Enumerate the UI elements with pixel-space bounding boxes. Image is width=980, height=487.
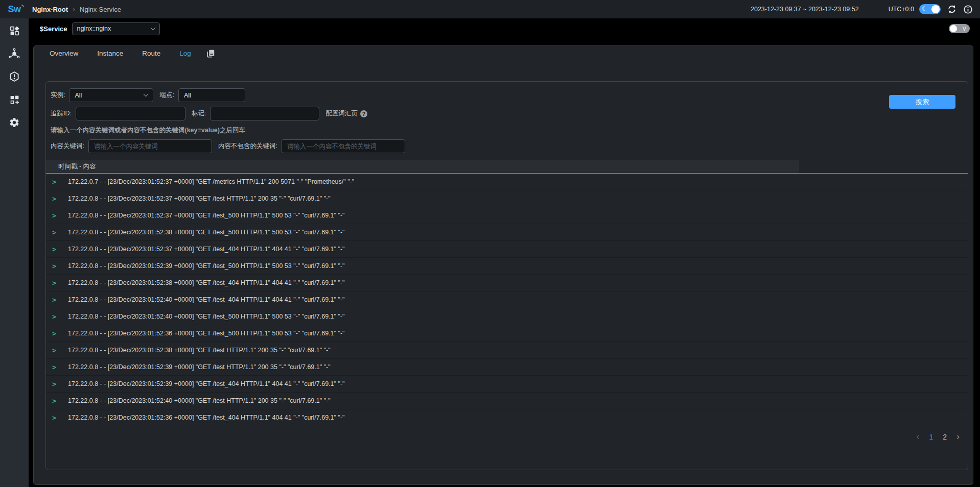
refresh-icon[interactable]	[947, 4, 957, 14]
exclude-keyword-input[interactable]	[282, 139, 405, 153]
instance-label: 实例:	[51, 91, 65, 100]
expand-arrow-icon[interactable]: >	[52, 330, 57, 337]
expand-arrow-icon[interactable]: >	[52, 347, 57, 354]
tag-label: 标记:	[192, 109, 206, 118]
log-content: 172.22.0.8 - - [23/Dec/2023:01:52:36 +00…	[68, 330, 345, 337]
exclude-keyword-label: 内容不包含的关键词:	[218, 142, 277, 151]
endpoint-input[interactable]	[178, 88, 245, 102]
expand-arrow-icon[interactable]: >	[52, 246, 57, 253]
log-content: 172.22.0.8 - - [23/Dec/2023:01:52:38 +00…	[68, 229, 345, 236]
chevron-right-icon: ›	[73, 5, 75, 13]
expand-arrow-icon[interactable]: >	[52, 195, 57, 203]
log-row[interactable]: >172.22.0.8 - - [23/Dec/2023:01:52:36 +0…	[46, 325, 968, 342]
log-content: 172.22.0.8 - - [23/Dec/2023:01:52:39 +00…	[68, 262, 345, 270]
chevron-right-icon[interactable]: ›	[956, 432, 960, 441]
page-button-1[interactable]: 1	[929, 433, 933, 441]
tag-input[interactable]	[210, 107, 319, 120]
config-vocabulary-link[interactable]: 配置词汇页	[325, 109, 358, 118]
expand-arrow-icon[interactable]: >	[52, 229, 57, 236]
tab-log[interactable]: Log	[179, 50, 191, 57]
theme-toggle[interactable]: ☾	[919, 4, 941, 14]
log-row[interactable]: >172.22.0.8 - - [23/Dec/2023:01:52:38 +0…	[46, 224, 968, 241]
tab-bar: Overview Instance Route Log	[34, 46, 973, 61]
keyword-input[interactable]	[88, 139, 212, 153]
expand-arrow-icon[interactable]: >	[52, 313, 57, 321]
expand-arrow-icon[interactable]: >	[52, 363, 57, 371]
timestamp-content-column-header: 时间戳 - 内容	[46, 160, 799, 173]
log-filter-card: 实例: All 端点: 搜索 追踪ID: 标记: 配置词汇页 ? 请输入一个内容…	[45, 81, 968, 470]
toggle-knob	[950, 25, 957, 32]
log-content: 172.22.0.8 - - [23/Dec/2023:01:52:40 +00…	[68, 296, 345, 303]
service-bar: $Service nginx::nginx V	[29, 18, 980, 39]
instance-select[interactable]: All	[69, 88, 153, 102]
expand-arrow-icon[interactable]: >	[52, 380, 57, 388]
expand-arrow-icon[interactable]: >	[52, 212, 57, 220]
log-content: 172.22.0.8 - - [23/Dec/2023:01:52:37 +00…	[68, 212, 345, 219]
log-content: 172.22.0.8 - - [23/Dec/2023:01:52:38 +00…	[68, 347, 331, 354]
skywalking-logo: Sw	[0, 4, 29, 15]
main-panel: Overview Instance Route Log 实例: All 端点: …	[33, 45, 973, 485]
filter-row-1: 实例: All 端点: 搜索	[46, 88, 968, 102]
sidebar-item-marketplace[interactable]	[7, 93, 22, 108]
sidebar-item-dashboards[interactable]	[7, 25, 22, 39]
instance-select-value: All	[75, 92, 82, 99]
expand-arrow-icon[interactable]: >	[52, 178, 57, 186]
log-rows: >172.22.0.7 - - [23/Dec/2023:01:52:37 +0…	[46, 174, 968, 426]
dashboard-icon	[9, 26, 20, 38]
breadcrumb-item-root[interactable]: Nginx-Root	[32, 6, 68, 13]
service-label: $Service	[40, 25, 67, 33]
sidebar-item-alerting[interactable]	[7, 70, 22, 85]
tab-overview[interactable]: Overview	[50, 50, 78, 57]
expand-arrow-icon[interactable]: >	[52, 414, 57, 422]
tab-route[interactable]: Route	[142, 50, 160, 57]
log-row[interactable]: >172.22.0.7 - - [23/Dec/2023:01:52:37 +0…	[46, 174, 968, 190]
log-row[interactable]: >172.22.0.8 - - [23/Dec/2023:01:52:40 +0…	[46, 393, 968, 409]
log-row[interactable]: >172.22.0.8 - - [23/Dec/2023:01:52:39 +0…	[46, 376, 968, 393]
log-content: 172.22.0.8 - - [23/Dec/2023:01:52:37 +00…	[68, 246, 345, 253]
log-content: 172.22.0.8 - - [23/Dec/2023:01:52:36 +00…	[68, 414, 345, 421]
sidebar-item-topology[interactable]	[7, 47, 22, 62]
expand-arrow-icon[interactable]: >	[52, 279, 57, 287]
info-icon[interactable]	[963, 5, 973, 14]
filter-row-3: 内容关键词: 内容不包含的关键词:	[46, 139, 968, 153]
gear-icon	[9, 117, 20, 130]
trace-id-input[interactable]	[76, 107, 185, 120]
log-row[interactable]: >172.22.0.8 - - [23/Dec/2023:01:52:40 +0…	[46, 308, 968, 325]
log-row[interactable]: >172.22.0.8 - - [23/Dec/2023:01:52:36 +0…	[46, 409, 968, 426]
log-row[interactable]: >172.22.0.8 - - [23/Dec/2023:01:52:38 +0…	[46, 275, 968, 291]
question-mark-icon[interactable]: ?	[360, 110, 367, 117]
copy-log-icon[interactable]	[206, 49, 215, 58]
expand-arrow-icon[interactable]: >	[52, 262, 57, 270]
log-content: 172.22.0.8 - - [23/Dec/2023:01:52:39 +00…	[68, 363, 331, 371]
expand-arrow-icon[interactable]: >	[52, 397, 57, 405]
service-select[interactable]: nginx::nginx	[72, 22, 160, 35]
endpoint-label: 端点:	[159, 91, 174, 100]
log-row[interactable]: >172.22.0.8 - - [23/Dec/2023:01:52:38 +0…	[46, 342, 968, 359]
expand-arrow-icon[interactable]: >	[52, 296, 57, 304]
log-row[interactable]: >172.22.0.8 - - [23/Dec/2023:01:52:40 +0…	[46, 291, 968, 308]
log-content: 172.22.0.8 - - [23/Dec/2023:01:52:39 +00…	[68, 380, 345, 387]
log-row[interactable]: >172.22.0.8 - - [23/Dec/2023:01:52:37 +0…	[46, 241, 968, 258]
keyword-label: 内容关键词:	[51, 142, 84, 151]
log-row[interactable]: >172.22.0.8 - - [23/Dec/2023:01:52:37 +0…	[46, 190, 968, 207]
widgets-plus-icon	[9, 94, 20, 107]
log-row[interactable]: >172.22.0.8 - - [23/Dec/2023:01:52:39 +0…	[46, 258, 968, 275]
breadcrumb-item-current[interactable]: Nginx-Service	[80, 6, 121, 13]
log-content: 172.22.0.8 - - [23/Dec/2023:01:52:40 +00…	[68, 313, 345, 320]
page-button-2[interactable]: 2	[943, 433, 947, 441]
keyword-hint: 请输入一个内容关键词或者内容不包含的关键词(key=value)之后回车	[51, 126, 968, 135]
tab-instance[interactable]: Instance	[97, 50, 123, 57]
chevron-down-icon	[150, 25, 155, 30]
log-row[interactable]: >172.22.0.8 - - [23/Dec/2023:01:52:37 +0…	[46, 207, 968, 224]
breadcrumb: Nginx-Root › Nginx-Service	[32, 6, 121, 13]
log-row[interactable]: >172.22.0.8 - - [23/Dec/2023:01:52:39 +0…	[46, 359, 968, 376]
time-range-picker[interactable]: 2023-12-23 09:37 ~ 2023-12-23 09:52	[751, 6, 859, 13]
chevron-left-icon[interactable]: ‹	[916, 432, 919, 441]
log-content: 172.22.0.8 - - [23/Dec/2023:01:52:40 +00…	[68, 397, 331, 404]
toggle-knob	[931, 5, 940, 13]
trace-id-label: 追踪ID:	[51, 109, 72, 118]
version-toggle[interactable]: V	[949, 24, 970, 33]
sidebar-item-settings[interactable]	[7, 116, 22, 131]
timezone-label: UTC+0:0	[889, 6, 914, 13]
pagination: ‹ 12 ›	[46, 433, 968, 441]
